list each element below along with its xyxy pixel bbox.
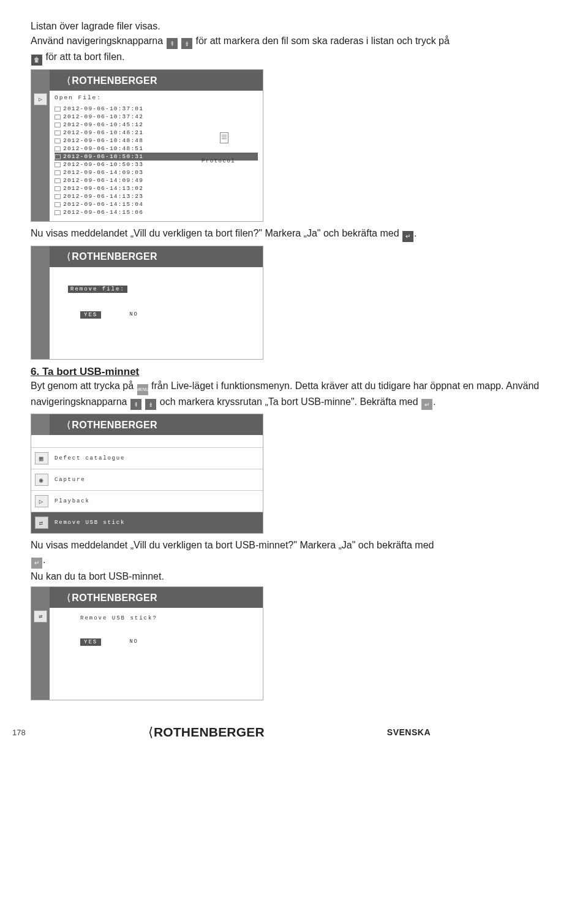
brand-logo: ROTHENBERGER (67, 592, 157, 604)
menu-item-label: Defect catalogue (55, 455, 125, 461)
menu-item[interactable]: ▷Playback (31, 490, 263, 512)
camera-icon (55, 186, 61, 191)
page-footer: 178 ROTHENBERGER SVENSKA (31, 725, 565, 740)
menu-icon: MENU (137, 384, 148, 395)
brand-logo: ROTHENBERGER (67, 251, 157, 262)
file-name: 2012-09-06-10:50:33 (63, 161, 143, 168)
section-6-body: Byt genom att trycka på MENU från Live-l… (31, 379, 565, 410)
file-name: 2012-09-06-10:48:48 (63, 137, 143, 144)
confirm-usb-text: Nu visas meddelandet „Vill du verkligen … (31, 539, 565, 552)
remove-usb-title: Remove USB stick? (80, 615, 263, 621)
play-icon[interactable]: ▷ (34, 93, 47, 105)
file-name: 2012-09-06-10:37:01 (63, 105, 143, 112)
file-name: 2012-09-06-14:15:04 (63, 201, 143, 208)
screenshot-function-menu: ROTHENBERGER ▦Defect catalogue◉Capture▷P… (31, 414, 263, 534)
menu-item[interactable]: ◉Capture (31, 469, 263, 490)
footer-brand-logo: ROTHENBERGER (148, 725, 265, 740)
magnify-up-icon: ⤉ (130, 399, 141, 410)
trash-icon: 🗑 (31, 55, 42, 66)
intro-line-1: Listan över lagrade filer visas. (31, 20, 565, 33)
camera-icon (55, 131, 61, 135)
enter-icon: ↵ (421, 399, 432, 410)
file-row[interactable]: 2012-09-06-10:37:01 (55, 105, 258, 113)
menu-item-icon: ▷ (35, 495, 48, 507)
camera-icon (55, 107, 61, 112)
menu-item[interactable]: ⇄Remove USB stick (31, 512, 263, 533)
protocol-area: Protocol (202, 132, 235, 164)
screenshot-header: ROTHENBERGER (31, 587, 263, 608)
camera-icon (55, 154, 61, 159)
camera-icon (55, 146, 61, 151)
file-row[interactable]: 2012-09-06-14:09:49 (55, 176, 258, 184)
file-name: 2012-09-06-14:09:49 (63, 177, 143, 184)
text: för att markera den fil som ska raderas … (196, 36, 450, 46)
camera-icon (55, 162, 61, 167)
screenshot-open-file: ROTHENBERGER ▷ Open File: 2012-09-06-10:… (31, 69, 263, 222)
camera-icon (55, 194, 61, 199)
no-button[interactable]: NO (129, 311, 138, 319)
camera-icon (55, 138, 61, 143)
text: Nu visas meddelandet „Vill du verkligen … (31, 228, 402, 238)
camera-icon (55, 210, 61, 215)
menu-item-icon: ◉ (35, 474, 48, 486)
text: . (433, 396, 435, 407)
file-row[interactable]: 2012-09-06-14:09:03 (55, 169, 258, 176)
footer-language: SVENSKA (387, 727, 431, 737)
sidebar-stub (31, 70, 50, 91)
file-row[interactable]: 2012-09-06-10:37:42 (55, 113, 258, 121)
section-6-heading: 6. Ta bort USB-minnet (31, 366, 565, 378)
protocol-label: Protocol (202, 158, 235, 164)
camera-icon (55, 178, 61, 183)
camera-icon (55, 202, 61, 207)
usb-icon[interactable]: ⇄ (34, 610, 47, 623)
file-name: 2012-09-06-10:50:31 (63, 153, 143, 160)
yes-button[interactable]: YES (80, 638, 101, 646)
yes-no-row: YES NO (68, 638, 263, 646)
file-row[interactable]: 2012-09-06-14:15:06 (55, 208, 258, 216)
menu-item-icon: ⇄ (35, 517, 48, 529)
magnify-down-icon: ⤈ (181, 38, 192, 49)
brand-logo: ROTHENBERGER (67, 75, 157, 86)
yes-no-row: YES NO (68, 311, 263, 319)
screenshot-sidebar: ▷ (31, 91, 50, 221)
enter-icon: ↵ (402, 231, 413, 242)
screenshot-sidebar (31, 267, 50, 359)
file-name: 2012-09-06-10:45:12 (63, 121, 143, 128)
file-name: 2012-09-06-14:13:23 (63, 193, 143, 200)
text: . (43, 555, 45, 565)
text: Byt genom att trycka på (31, 381, 137, 391)
file-row[interactable]: 2012-09-06-14:13:02 (55, 184, 258, 192)
text: . (414, 228, 417, 238)
intro-line-3: 🗑 för att ta bort filen. (31, 50, 565, 66)
sidebar-stub (31, 246, 50, 267)
file-name: 2012-09-06-14:15:06 (63, 209, 143, 216)
menu-item[interactable]: ▦Defect catalogue (31, 447, 263, 469)
text: Använd navigeringsknapparna (31, 36, 166, 46)
text: och markera kryssrutan „Ta bort USB-minn… (160, 396, 421, 407)
file-name: 2012-09-06-10:48:21 (63, 129, 143, 136)
file-row[interactable]: 2012-09-06-14:13:23 (55, 192, 258, 200)
magnify-down-icon: ⤈ (145, 399, 156, 410)
brand-logo: ROTHENBERGER (67, 419, 157, 431)
screenshot-sidebar: ⇄ (31, 608, 50, 700)
no-button[interactable]: NO (129, 638, 138, 646)
page-number: 178 (12, 728, 26, 737)
now-remove-usb-text: Nu kan du ta bort USB-minnet. (31, 570, 565, 583)
file-row[interactable]: 2012-09-06-14:15:04 (55, 200, 258, 208)
file-row[interactable]: 2012-09-06-10:45:12 (55, 121, 258, 129)
camera-icon (55, 123, 61, 127)
screenshot-remove-file: ROTHENBERGER Remove file: YES NO (31, 246, 263, 360)
menu-item-label: Playback (55, 498, 90, 504)
file-name: 2012-09-06-14:13:02 (63, 185, 143, 192)
sidebar-stub (31, 587, 50, 608)
confirm-usb-text-2: ↵. (31, 553, 565, 569)
remove-file-title: Remove file: (68, 286, 127, 293)
sidebar-stub (31, 414, 50, 435)
camera-icon (55, 170, 61, 175)
screenshot-header: ROTHENBERGER (31, 414, 263, 435)
screenshot-remove-usb: ROTHENBERGER ⇄ Remove USB stick? YES NO (31, 586, 263, 700)
document-icon (220, 132, 228, 143)
confirm-file-text: Nu visas meddelandet „Vill du verkligen … (31, 227, 565, 242)
screenshot-header: ROTHENBERGER (31, 246, 263, 267)
yes-button[interactable]: YES (80, 311, 101, 319)
